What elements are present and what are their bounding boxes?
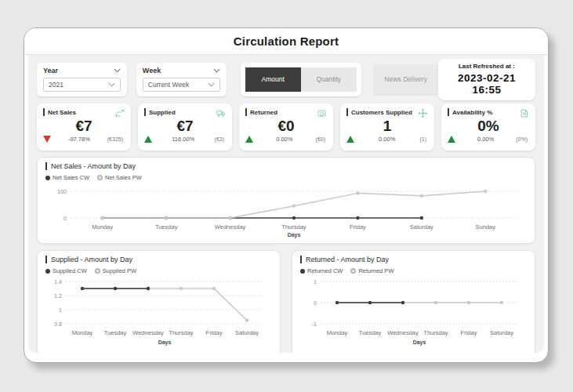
year-filter: Year 2021 — [37, 63, 127, 96]
legend-dot-icon — [95, 268, 100, 274]
title-accent-bar — [43, 108, 45, 116]
svg-text:Days: Days — [288, 232, 301, 238]
legend-item-pw[interactable]: Supplied PW — [95, 267, 136, 274]
svg-text:Friday: Friday — [461, 329, 477, 336]
percent-file-icon: % — [519, 108, 529, 118]
svg-text:0.8: 0.8 — [54, 321, 62, 327]
title-accent-bar — [448, 108, 449, 116]
kpi-previous-value: (0%) — [516, 136, 529, 142]
bottom-charts-row: Supplied - Amount by Day Supplied CW Sup… — [37, 250, 535, 353]
chart-title: Supplied - Amount by Day — [51, 256, 132, 263]
legend-item-cw[interactable]: Net Sales CW — [45, 174, 89, 181]
legend-dot-icon — [97, 175, 103, 180]
quantity-toggle-button[interactable]: Quantity — [301, 67, 357, 92]
svg-text:%: % — [523, 112, 526, 116]
legend-item-cw[interactable]: Supplied CW — [45, 267, 87, 274]
svg-text:Monday: Monday — [92, 223, 113, 230]
trend-down-icon — [43, 136, 51, 143]
last-refreshed-value: 2023-02-21 16:55 — [444, 72, 529, 96]
kpi-title: Returned — [250, 109, 277, 116]
title-accent-bar — [245, 108, 247, 116]
week-select[interactable]: Current Week — [143, 78, 220, 92]
amount-quantity-toggle: Amount Quantity — [241, 63, 361, 96]
kpi-card-supplied[interactable]: Supplied €7 116.00% (€3) — [138, 103, 232, 151]
svg-text:Saturday: Saturday — [490, 329, 513, 336]
svg-text:Thursday: Thursday — [423, 329, 448, 336]
title-accent-bar — [300, 256, 302, 263]
kpi-card-customers-supplied[interactable]: Customers Supplied 1 0.00% (1) — [340, 103, 434, 151]
year-filter-label: Year — [43, 67, 58, 74]
kpi-card-availability[interactable]: Availability % % 0% 0.00% (0%) — [441, 103, 535, 151]
kpi-title: Availability % — [452, 109, 492, 116]
last-refreshed-label: Last Refreshed at : — [444, 63, 529, 70]
kpi-value: €0 — [245, 118, 327, 134]
svg-text:Sunday: Sunday — [476, 223, 496, 230]
net-sales-chart-card: Net Sales - Amount by Day Net Sales CW N… — [37, 157, 535, 244]
svg-text:Tuesday: Tuesday — [155, 223, 178, 230]
chart-legend: Net Sales CW Net Sales PW — [45, 174, 527, 181]
svg-text:1.4: 1.4 — [54, 279, 62, 285]
svg-text:Thursday: Thursday — [169, 329, 194, 336]
kpi-value: 0% — [448, 118, 529, 134]
chart-legend: Returned CW Returned PW — [300, 267, 527, 274]
svg-text:Monday: Monday — [72, 329, 93, 336]
kpi-previous-value: (€0) — [316, 136, 327, 142]
chart-title: Returned - Amount by Day — [306, 256, 389, 263]
title-accent-bar — [45, 162, 47, 170]
legend-item-pw[interactable]: Net Sales PW — [97, 174, 142, 181]
last-refreshed-card: Last Refreshed at : 2023-02-21 16:55 — [438, 59, 535, 100]
week-select-value: Current Week — [148, 81, 189, 89]
app-header: Circulation Report — [24, 28, 548, 55]
supplied-line-chart[interactable]: 1.41.210.8MondayTuesdayWednesdayThursday… — [45, 275, 271, 350]
kpi-title: Supplied — [149, 109, 176, 116]
kpi-value: €7 — [144, 118, 226, 134]
kpi-title: Net Sales — [48, 109, 76, 116]
kpi-row: Net Sales €7 -97.78% (€325) — [37, 103, 535, 151]
kpi-card-net-sales[interactable]: Net Sales €7 -97.78% (€325) — [37, 103, 131, 151]
svg-text:Friday: Friday — [350, 223, 366, 230]
svg-text:0: 0 — [314, 300, 317, 306]
svg-text:Tuesday: Tuesday — [359, 329, 382, 336]
amount-toggle-button[interactable]: Amount — [245, 67, 301, 92]
svg-text:100: 100 — [57, 189, 67, 194]
svg-text:Wednesday: Wednesday — [215, 223, 246, 230]
svg-text:Wednesday: Wednesday — [132, 329, 164, 336]
kpi-card-returned[interactable]: Returned €0 0.00% (€0) — [239, 103, 333, 151]
chevron-down-icon[interactable] — [114, 68, 121, 73]
title-accent-bar — [45, 256, 47, 263]
legend-dot-icon — [45, 176, 50, 180]
kpi-change: 0.00% — [455, 136, 516, 143]
svg-text:Monday: Monday — [327, 329, 348, 336]
legend-item-pw[interactable]: Returned PW — [350, 267, 393, 274]
page-title: Circulation Report — [234, 34, 339, 48]
chart-title: Net Sales - Amount by Day — [51, 162, 136, 170]
filter-row: Year 2021 Week Current Week — [37, 61, 535, 97]
svg-text:1: 1 — [314, 279, 317, 285]
svg-text:Saturday: Saturday — [410, 223, 433, 230]
net-sales-line-chart[interactable]: 1000MondayTuesdayWednesdayThursdayFriday… — [45, 182, 528, 238]
kpi-change: 0.00% — [354, 136, 419, 143]
legend-item-cw[interactable]: Returned CW — [300, 267, 343, 274]
svg-text:0: 0 — [63, 216, 67, 221]
kpi-value: €7 — [43, 118, 125, 134]
week-filter-label: Week — [143, 67, 161, 74]
svg-text:-1: -1 — [312, 321, 317, 327]
return-box-icon — [317, 108, 327, 118]
year-select[interactable]: 2021 — [43, 78, 121, 92]
returned-line-chart[interactable]: 10-1MondayTuesdayWednesdayThursdayFriday… — [300, 275, 526, 350]
chevron-down-icon[interactable] — [213, 68, 220, 73]
legend-dot-icon — [300, 269, 305, 274]
kpi-previous-value: (1) — [419, 136, 428, 142]
kpi-previous-value: (€325) — [107, 136, 125, 142]
year-select-value: 2021 — [49, 81, 63, 89]
week-filter: Week Current Week — [136, 63, 227, 96]
trend-up-icon — [144, 136, 152, 143]
news-delivery-button[interactable]: News Delivery — [374, 64, 438, 94]
legend-dot-icon — [45, 269, 50, 274]
supplied-chart-card: Supplied - Amount by Day Supplied CW Sup… — [37, 250, 281, 353]
kpi-previous-value: (€3) — [215, 136, 226, 142]
svg-text:Saturday: Saturday — [235, 329, 259, 336]
legend-dot-icon — [350, 268, 356, 274]
kpi-title: Customers Supplied — [351, 109, 412, 116]
returned-chart-card: Returned - Amount by Day Returned CW Ret… — [292, 250, 535, 353]
